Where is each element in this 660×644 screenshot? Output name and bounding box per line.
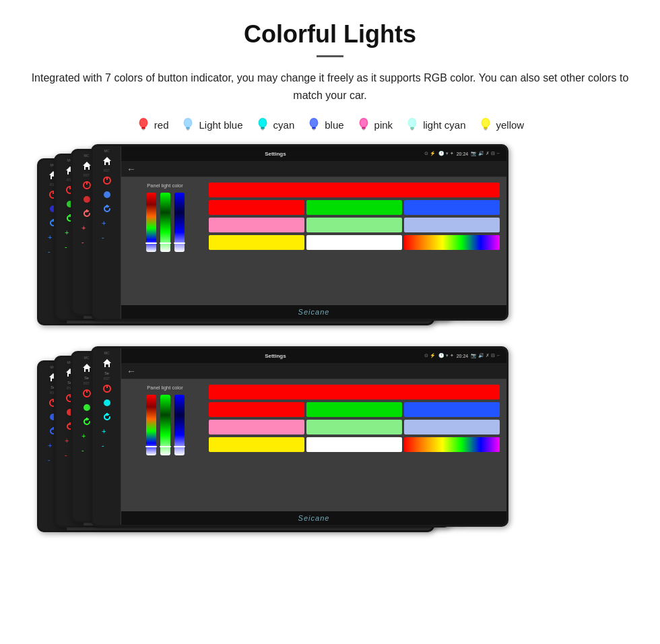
svg-point-17 [360,119,366,127]
voldown-icon-4[interactable]: - [100,231,114,243]
panel-color-label-8: Panel light color [147,385,183,391]
color-item-pink: pink [356,116,393,133]
light-icon-4[interactable] [100,189,114,201]
svg-text:-: - [102,233,104,241]
color-indicators-row: red Light blue cyan [27,116,633,133]
device-header-8: Settings ⊙ ⚡ 🕐 ▾ ✦ 20:24 📷 🔊 ✗ ⊟ ← [121,348,506,363]
swatch-lightblue[interactable] [404,218,500,232]
svg-rect-27 [484,129,487,131]
svg-rect-22 [410,127,414,129]
swatch-row-3 [209,218,500,232]
swatch-yellow[interactable] [209,235,304,250]
action-icons: 📷 🔊 ✗ ⊟ ← [471,151,501,156]
swatch-red-wide-8[interactable] [209,385,500,399]
color-item-yellow: yellow [478,116,525,133]
swatch-white-8[interactable] [306,437,402,452]
device-header-4: Settings ⊙ ⚡ 🕐 ▾ ✦ 20:24 📷 🔊 ✗ ⊟ ← [121,146,506,161]
svg-rect-15 [312,129,315,131]
slider-rgb-8[interactable] [146,395,156,455]
device-footer-8: Seicane [121,511,506,525]
svg-point-1 [140,119,146,127]
swatch-white[interactable] [306,235,402,250]
swatch-lightgreen-8[interactable] [306,420,402,434]
swatch-row-4 [209,235,500,250]
swatch-red[interactable] [209,200,304,215]
power-icon-8[interactable] [100,383,114,395]
swatch-row-8-4 [209,437,500,452]
slider-green[interactable] [160,193,170,252]
svg-point-65 [104,399,110,406]
device-body-4: Panel light color [121,177,506,305]
svg-text:+: + [48,441,52,449]
svg-point-9 [259,119,265,127]
swatch-blue[interactable] [404,200,500,215]
power-icon-4[interactable] [100,174,114,187]
volup-icon-8[interactable]: + [100,425,114,437]
swatch-red-8[interactable] [209,402,304,417]
swatch-yellow-8[interactable] [209,437,304,452]
swatch-rainbow[interactable] [404,235,500,250]
swatch-row-8-2 [209,402,500,417]
device-time: 20:24 [457,152,469,156]
back-arrow-8[interactable]: ← [127,366,136,377]
swatch-row-2 [209,200,500,215]
back-arrow-4[interactable]: ← [127,164,136,174]
slider-blue[interactable] [174,193,185,252]
svg-rect-7 [187,129,190,131]
settings-label-8: Se [104,371,109,375]
svg-rect-11 [261,129,264,131]
svg-rect-19 [362,129,365,131]
swatch-green-8[interactable] [306,402,402,417]
swatch-pink[interactable] [209,218,304,232]
top-device-stack: MIC RST + [37,148,623,337]
home-icon-4[interactable] [100,155,114,167]
swatch-red-wide[interactable] [209,183,500,197]
color-item-blue: blue [306,116,343,133]
swatch-lightgreen[interactable] [306,218,402,232]
home-icon-8[interactable] [100,357,114,369]
settings-title-8: Settings [127,353,424,359]
slider-blue-8[interactable] [174,395,185,455]
swatch-blue-8[interactable] [404,402,500,417]
bottom-device-stack: MIC Se RST + [37,350,623,546]
refresh-icon-8[interactable] [100,411,114,423]
swatch-row-8-3 [209,420,500,434]
device-time-8: 20:24 [457,354,469,358]
voldown-icon-8[interactable]: - [100,439,114,451]
swatch-row-8-1 [209,385,500,399]
volup-icon-4[interactable]: + [100,217,114,229]
svg-text:-: - [65,451,67,459]
title-divider [317,55,343,57]
header-icons: ⊙ ⚡ [424,151,436,156]
action-icons-8: 📷 🔊 ✗ ⊟ ← [471,353,501,358]
svg-text:+: + [102,427,106,435]
lightcyan-bulb-icon [405,116,420,133]
svg-rect-14 [312,127,316,129]
red-bulb-icon [136,116,151,133]
device-footer-4: Seicane [121,305,506,319]
svg-rect-26 [484,127,488,129]
swatch-pink-8[interactable] [209,420,304,434]
swatch-lightblue-8[interactable] [404,420,500,434]
svg-text:-: - [48,247,51,255]
sliders-row [146,193,185,252]
device-mockup-8-main: MIC Se RST + [91,346,508,527]
refresh-icon-4[interactable] [100,203,114,215]
slider-green-8[interactable] [160,395,170,455]
light-icon-8[interactable] [100,397,114,409]
color-label-blue: blue [325,119,343,131]
swatch-row-1 [209,183,500,197]
svg-text:+: + [48,233,52,241]
pink-bulb-icon [356,116,371,133]
svg-point-5 [185,119,191,127]
watermark-1: Seicane [298,308,330,316]
svg-text:+: + [81,224,86,232]
svg-rect-3 [142,129,145,131]
slider-rgb[interactable] [146,193,156,252]
swatch-rainbow-8[interactable] [404,437,500,452]
page-container: Colorful Lights Integrated with 7 colors… [0,0,660,559]
color-label-lightcyan: light cyan [423,119,465,131]
color-item-lightcyan: light cyan [405,116,465,133]
yellow-bulb-icon [478,116,493,133]
swatch-green[interactable] [306,200,402,215]
